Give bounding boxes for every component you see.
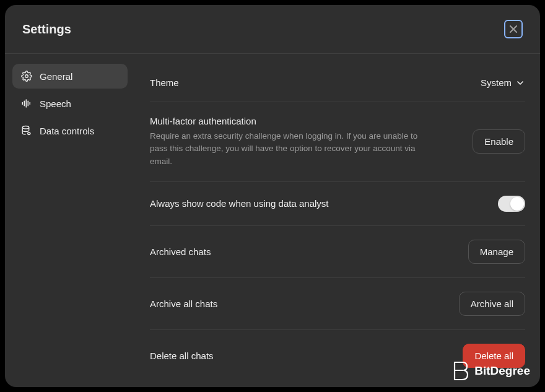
row-archived-chats: Archived chats Manage <box>150 226 525 278</box>
mfa-enable-button[interactable]: Enable <box>473 129 525 154</box>
archive-all-button[interactable]: Archive all <box>459 292 525 316</box>
sidebar: General Speech Data controls <box>5 54 135 387</box>
mfa-description: Require an extra security challenge when… <box>150 130 435 168</box>
sidebar-item-data-controls[interactable]: Data controls <box>12 118 128 143</box>
theme-select[interactable]: System <box>481 77 525 88</box>
page-title: Settings <box>22 22 71 37</box>
theme-value: System <box>481 77 512 88</box>
modal-body: General Speech Data controls Theme <box>5 54 540 387</box>
bitdegree-logo-icon <box>452 361 469 381</box>
sidebar-item-general[interactable]: General <box>12 64 128 89</box>
row-mfa: Multi-factor authentication Require an e… <box>150 102 525 182</box>
speech-icon <box>21 98 32 109</box>
svg-point-8 <box>22 126 29 129</box>
sidebar-item-speech[interactable]: Speech <box>12 91 128 116</box>
row-theme: Theme System <box>150 64 525 102</box>
row-archive-all: Archive all chats Archive all <box>150 278 525 330</box>
watermark-text: BitDegree <box>474 364 530 378</box>
theme-label: Theme <box>150 77 471 88</box>
gear-icon <box>21 71 32 82</box>
close-icon <box>508 24 518 34</box>
sidebar-item-label: Data controls <box>40 126 94 136</box>
delete-all-label: Delete all chats <box>150 351 453 361</box>
sidebar-item-label: General <box>40 71 72 82</box>
svg-point-2 <box>25 75 28 78</box>
row-always-code: Always show code when using data analyst <box>150 182 525 226</box>
watermark: BitDegree <box>452 361 530 381</box>
mfa-label: Multi-factor authentication <box>150 116 463 126</box>
chevron-down-icon <box>515 78 525 88</box>
settings-content: Theme System Multi-factor authentication… <box>135 54 540 387</box>
database-icon <box>21 125 32 136</box>
always-code-label: Always show code when using data analyst <box>150 198 488 209</box>
close-button[interactable] <box>504 20 523 38</box>
archived-manage-button[interactable]: Manage <box>468 240 525 264</box>
archive-all-label: Archive all chats <box>150 298 449 309</box>
always-code-toggle[interactable] <box>498 196 525 212</box>
modal-header: Settings <box>5 5 540 54</box>
sidebar-item-label: Speech <box>40 98 71 109</box>
svg-point-9 <box>28 133 30 135</box>
archived-chats-label: Archived chats <box>150 246 458 257</box>
settings-modal: Settings General Speech <box>5 5 540 387</box>
toggle-knob <box>510 197 524 211</box>
